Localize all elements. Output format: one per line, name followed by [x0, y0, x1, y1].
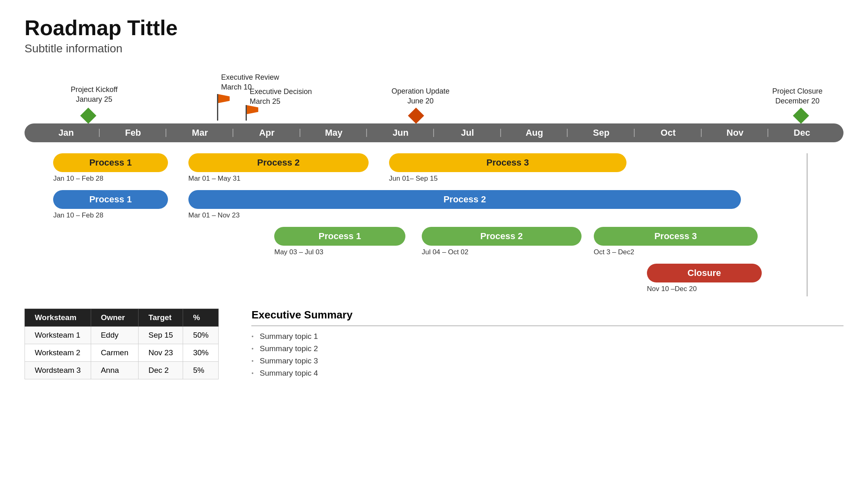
exec-decision-date: March 25 — [250, 97, 280, 105]
page-title: Roadmap Tittle — [25, 16, 843, 40]
timeline-area: Project Kickoff January 25 Executive Rev… — [25, 67, 843, 296]
op-update-label: Operation Update — [391, 87, 450, 95]
month-jun: Jun — [367, 128, 434, 138]
row2-bar2: Process 2 — [188, 190, 741, 209]
row2-bar1: Process 1 — [53, 190, 168, 209]
process-row-4: Closure Nov 10 –Dec 20 — [25, 264, 843, 296]
timeline-track: Jan Feb Mar Apr May Jun Jul Aug Sep Oct … — [25, 123, 843, 142]
table-cell: Carmen — [91, 344, 139, 362]
flag-1 — [218, 94, 230, 103]
table-header-target: Target — [139, 309, 183, 327]
row1-bar1-date: Jan 10 – Feb 28 — [53, 175, 103, 183]
row3-bar3-date: Oct 3 – Dec2 — [594, 248, 634, 256]
row4-bar1-date: Nov 10 –Dec 20 — [647, 285, 697, 293]
table-header-owner: Owner — [91, 309, 139, 327]
table-header-percent: % — [183, 309, 219, 327]
page-subtitle: Subtitle information — [25, 42, 843, 55]
closure-milestone: Project Closure December 20 — [801, 109, 812, 121]
table-cell: Nov 23 — [139, 344, 183, 362]
exec-decision-label: Executive Decision — [250, 87, 312, 96]
month-aug: Aug — [501, 128, 568, 138]
row2-bar1-date: Jan 10 – Feb 28 — [53, 211, 103, 220]
table-cell: Sep 15 — [139, 327, 183, 344]
row4-bar1: Closure — [647, 264, 762, 282]
exec-summary: Executive Summary Summary topic 1 Summar… — [251, 309, 843, 381]
kickoff-milestone: Project Kickoff January 25 — [88, 109, 100, 121]
exec-review-label: Executive Review — [221, 73, 279, 81]
table-row: Worksteam 2 Carmen Nov 23 30% — [25, 344, 219, 362]
exec-summary-divider — [251, 325, 843, 326]
month-feb: Feb — [100, 128, 167, 138]
month-oct: Oct — [635, 128, 702, 138]
row3-bar1-date: May 03 – Jul 03 — [274, 248, 323, 256]
months-container: Jan Feb Mar Apr May Jun Jul Aug Sep Oct … — [25, 128, 843, 138]
row3-bar1: Process 1 — [274, 227, 405, 246]
month-apr: Apr — [233, 128, 300, 138]
table-row: Worksteam 1 Eddy Sep 15 50% — [25, 327, 219, 344]
row1-bar1: Process 1 — [53, 153, 168, 172]
flag-pole-2 — [246, 105, 247, 121]
month-nov: Nov — [702, 128, 769, 138]
list-item: Summary topic 3 — [251, 356, 843, 365]
table-cell: Worksteam 2 — [25, 344, 91, 362]
timeline-bar: Jan Feb Mar Apr May Jun Jul Aug Sep Oct … — [25, 121, 843, 145]
row1-bar3-date: Jun 01– Sep 15 — [389, 175, 438, 183]
list-item: Summary topic 1 — [251, 332, 843, 341]
list-item: Summary topic 2 — [251, 344, 843, 353]
closure-label: Project Closure — [772, 87, 823, 95]
month-may: May — [300, 128, 367, 138]
kickoff-date: January 25 — [76, 95, 112, 103]
process-row-1: Process 1 Jan 10 – Feb 28 Process 2 Mar … — [25, 153, 843, 186]
row2-bar2-date: Mar 01 – Nov 23 — [188, 211, 240, 220]
row1-bar2-date: Mar 01 – May 31 — [188, 175, 241, 183]
month-sep: Sep — [568, 128, 635, 138]
exec-summary-list: Summary topic 1 Summary topic 2 Summary … — [251, 332, 843, 378]
worksteam-table-container: Worksteam Owner Target % Worksteam 1 Edd… — [25, 309, 219, 379]
table-cell: Eddy — [91, 327, 139, 344]
flag-pole-1 — [217, 94, 218, 121]
table-cell: 30% — [183, 344, 219, 362]
month-mar: Mar — [166, 128, 233, 138]
table-cell: Worksteam 1 — [25, 327, 91, 344]
month-jul: Jul — [434, 128, 501, 138]
row3-bar3: Process 3 — [594, 227, 758, 246]
exec-summary-title: Executive Summary — [251, 309, 843, 321]
worksteam-table: Worksteam Owner Target % Worksteam 1 Edd… — [25, 309, 219, 379]
dec-vertical-line — [807, 153, 808, 296]
table-cell: Anna — [91, 362, 139, 379]
process-row-2: Process 1 Jan 10 – Feb 28 Process 2 Mar … — [25, 190, 843, 223]
list-item: Summary topic 4 — [251, 369, 843, 378]
flag-2 — [247, 105, 258, 114]
month-dec: Dec — [768, 128, 835, 138]
table-row: Wordsteam 3 Anna Dec 2 5% — [25, 362, 219, 379]
row3-bar2: Process 2 — [422, 227, 582, 246]
process-row-3: Process 1 May 03 – Jul 03 Process 2 Jul … — [25, 227, 843, 260]
process-rows: Process 1 Jan 10 – Feb 28 Process 2 Mar … — [25, 153, 843, 296]
table-cell: Dec 2 — [139, 362, 183, 379]
table-cell: 5% — [183, 362, 219, 379]
kickoff-label: Project Kickoff — [71, 85, 118, 94]
row1-bar2: Process 2 — [188, 153, 369, 172]
bottom-section: Worksteam Owner Target % Worksteam 1 Edd… — [25, 309, 843, 381]
table-cell: Wordsteam 3 — [25, 362, 91, 379]
table-header-worksteam: Worksteam — [25, 309, 91, 327]
op-update-date: June 20 — [407, 97, 434, 105]
row1-bar3: Process 3 — [389, 153, 626, 172]
op-update-milestone: Operation Update June 20 — [416, 109, 427, 121]
row3-bar2-date: Jul 04 – Oct 02 — [422, 248, 468, 256]
closure-date: December 20 — [775, 97, 819, 105]
table-cell: 50% — [183, 327, 219, 344]
month-jan: Jan — [33, 128, 100, 138]
milestones-above: Project Kickoff January 25 Executive Rev… — [25, 67, 843, 121]
exec-review-date: March 10 — [221, 83, 252, 91]
